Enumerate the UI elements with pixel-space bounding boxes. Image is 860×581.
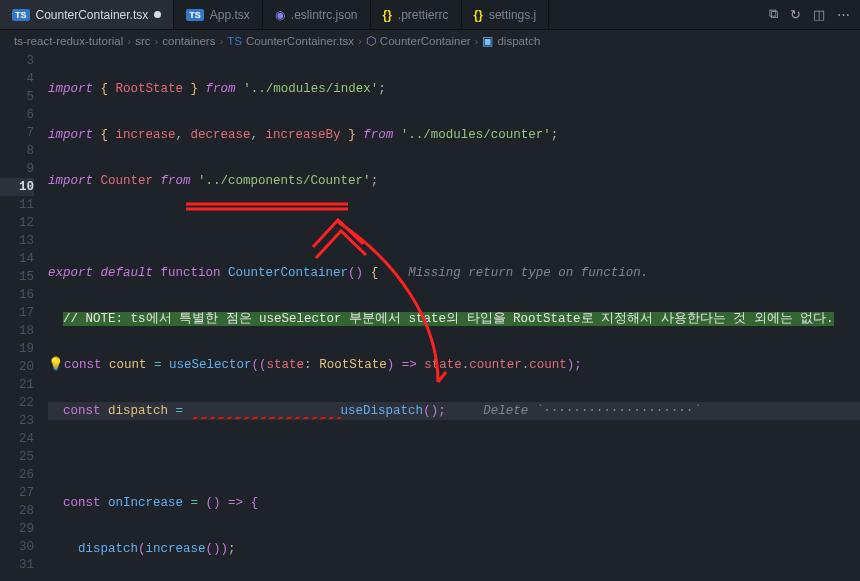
editor-actions: ⧉ ↻ ◫ ⋯ [759,0,860,29]
symbol-variable-icon: ▣ [482,34,493,48]
code-body[interactable]: import { RootState } from '../modules/in… [48,52,860,581]
line-number: 29 [0,520,34,538]
line-number: 13 [0,232,34,250]
code-line: export default function CounterContainer… [48,264,860,282]
tab-label: App.tsx [210,8,250,22]
line-number: 18 [0,322,34,340]
line-number: 27 [0,484,34,502]
typescript-file-icon: TS [227,35,242,47]
breadcrumb: ts-react-redux-tutorial› src› containers… [0,30,860,52]
line-number: 5 [0,88,34,106]
line-number: 8 [0,142,34,160]
line-number: 23 [0,412,34,430]
line-number: 11 [0,196,34,214]
line-number: 19 [0,340,34,358]
json-icon: {} [474,8,483,22]
line-number: 17 [0,304,34,322]
breadcrumb-item[interactable]: containers [162,35,215,47]
tab-label: settings.j [489,8,536,22]
line-number: 7 [0,124,34,142]
breadcrumb-item[interactable]: CounterContainer [380,35,471,47]
line-number: 28 [0,502,34,520]
line-number: 4 [0,70,34,88]
line-number: 6 [0,106,34,124]
breadcrumb-item[interactable]: src [135,35,150,47]
code-line: import Counter from '../components/Count… [48,172,860,190]
dirty-indicator-icon [154,11,161,18]
line-number: 15 [0,268,34,286]
code-line [48,448,860,466]
tab-bar: TS CounterContainer.tsx TS App.tsx ◉ .es… [0,0,860,30]
tab-label: .eslintrc.json [291,8,358,22]
code-line: 💡const count = useSelector((state: RootS… [48,356,860,374]
breadcrumb-item[interactable]: dispatch [497,35,540,47]
line-number: 9 [0,160,34,178]
tab-settings[interactable]: {} settings.j [462,0,550,29]
line-number: 22 [0,394,34,412]
line-number: 20 [0,358,34,376]
tab-countercontainer[interactable]: TS CounterContainer.tsx [0,0,174,29]
code-line: const onIncrease = () => { [48,494,860,512]
line-number: 12 [0,214,34,232]
line-number: 25 [0,448,34,466]
typescript-badge-icon: TS [186,9,204,21]
more-actions-icon[interactable]: ⋯ [837,7,850,22]
tab-prettierrc[interactable]: {} .prettierrc [371,0,462,29]
line-number: 3 [0,52,34,70]
sync-icon[interactable]: ↻ [790,7,801,22]
breadcrumb-item[interactable]: CounterContainer.tsx [246,35,354,47]
eslint-icon: ◉ [275,8,285,22]
code-line: import { increase, decrease, increaseBy … [48,126,860,144]
split-editor-icon[interactable]: ◫ [813,7,825,22]
breadcrumb-item[interactable]: ts-react-redux-tutorial [14,35,123,47]
error-squiggle [191,402,341,420]
tab-eslintrc[interactable]: ◉ .eslintrc.json [263,0,371,29]
line-number: 30 [0,538,34,556]
line-number: 16 [0,286,34,304]
inline-hint: Delete `····················` [446,404,701,418]
git-compare-icon[interactable]: ⧉ [769,7,778,22]
line-number: 21 [0,376,34,394]
json-icon: {} [383,8,392,22]
code-line-active: const dispatch = useDispatch(); Delete `… [48,402,860,420]
line-number: 14 [0,250,34,268]
lightbulb-icon[interactable]: 💡 [48,358,64,372]
code-line: dispatch(increase()); [48,540,860,558]
line-number: 31 [0,556,34,574]
inline-hint: Missing return type on function. [378,266,648,280]
symbol-function-icon: ⬡ [366,34,376,48]
tab-app[interactable]: TS App.tsx [174,0,263,29]
tab-label: CounterContainer.tsx [36,8,149,22]
tab-label: .prettierrc [398,8,449,22]
line-number: 10 [0,178,34,196]
gutter: 3 4 5 6 7 8 9 10 11 12 13 14 15 16 17 18… [0,52,48,581]
line-number: 26 [0,466,34,484]
code-line: // NOTE: ts에서 특별한 점은 useSelector 부분에서 st… [48,310,860,328]
code-line [48,218,860,236]
code-line: import { RootState } from '../modules/in… [48,80,860,98]
code-editor[interactable]: 3 4 5 6 7 8 9 10 11 12 13 14 15 16 17 18… [0,52,860,581]
line-number: 24 [0,430,34,448]
typescript-badge-icon: TS [12,9,30,21]
